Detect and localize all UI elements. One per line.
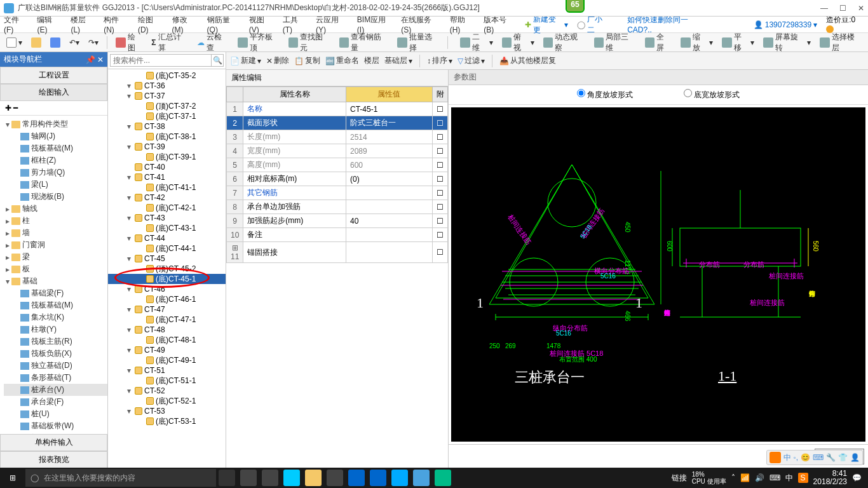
prop-row[interactable]: 3长度(mm)2514☐: [227, 130, 448, 144]
tree-node[interactable]: 轴网(J): [4, 130, 107, 142]
tree-node[interactable]: 现浇板(B): [4, 191, 107, 203]
vol-icon[interactable]: 🔊: [755, 473, 764, 482]
sogou-tb-icon[interactable]: S: [798, 473, 808, 483]
edge-icon[interactable]: [283, 470, 300, 486]
sort-btn[interactable]: ↕排序▾: [427, 55, 452, 66]
ct-node[interactable]: (顶)CT-45-2: [108, 264, 226, 274]
sum-btn[interactable]: Σ汇总计算: [149, 30, 190, 55]
menu-edit[interactable]: 编辑(E): [37, 15, 62, 34]
tree-node[interactable]: 基础板带(W): [4, 420, 107, 432]
notif-badge[interactable]: 65: [566, 0, 585, 13]
app2-icon[interactable]: [262, 470, 278, 486]
menu-file[interactable]: 文件(F): [4, 15, 28, 34]
tray-ime[interactable]: 中 ◦,: [783, 452, 798, 463]
tree-node[interactable]: 集水坑(K): [4, 311, 107, 323]
prop-row[interactable]: 8承台单边加强筋☐: [227, 200, 448, 214]
phone-link[interactable]: 👤13907298339▾: [754, 20, 817, 29]
prop-row[interactable]: 5高度(mm)600☐: [227, 158, 448, 172]
flat-top-btn[interactable]: 平齐板顶: [235, 30, 282, 55]
tree-node[interactable]: ▾基础: [4, 275, 107, 287]
ct-node[interactable]: (顶)CT-37-2: [108, 101, 226, 111]
store-icon[interactable]: [327, 470, 343, 486]
ct-node[interactable]: (底)CT-45-1: [108, 274, 226, 284]
component-tree[interactable]: (底)CT-35-2▾CT-36▾CT-37(顶)CT-37-2(底)CT-37…: [108, 69, 226, 468]
cpu-usage[interactable]: 18% CPU 使用率: [692, 471, 726, 485]
ct-node[interactable]: (底)CT-38-1: [108, 132, 226, 142]
tree-node[interactable]: ▾常用构件类型: [4, 118, 107, 130]
tree-node[interactable]: 柱墩(Y): [4, 323, 107, 336]
ct-node[interactable]: (底)CT-52-1: [108, 396, 226, 406]
wifi-icon[interactable]: 📶: [740, 473, 750, 482]
dynview-btn[interactable]: 动态观察: [541, 30, 588, 55]
notif-icon[interactable]: 💬: [852, 473, 862, 482]
clock[interactable]: 8:412018/2/23: [813, 470, 847, 486]
tree-node[interactable]: ▸梁: [4, 251, 107, 263]
tree-node[interactable]: 承台梁(F): [4, 396, 107, 408]
taskbar-search[interactable]: ◯ 在这里输入你要搜索的内容: [25, 469, 216, 487]
tree-node[interactable]: 桩承台(V): [4, 384, 107, 396]
new-doc-btn[interactable]: ▾: [4, 36, 25, 49]
min-icon[interactable]: —: [820, 4, 828, 13]
ct-node[interactable]: ▾CT-45: [108, 254, 226, 264]
ct-node[interactable]: (底)CT-51-1: [108, 376, 226, 386]
prop-row[interactable]: 4宽度(mm)2089☐: [227, 144, 448, 158]
ct-node[interactable]: ▾CT-51: [108, 365, 226, 376]
app3-icon[interactable]: [435, 470, 451, 486]
tree-node[interactable]: 筏板基础(M): [4, 299, 107, 311]
tray-user[interactable]: 👤: [850, 453, 860, 462]
ct-node[interactable]: ▾CT-41: [108, 172, 226, 182]
folder-icon[interactable]: [305, 470, 322, 486]
tray-emoji[interactable]: 😊: [801, 453, 810, 462]
copy-comp-btn[interactable]: 📋复制: [294, 55, 320, 66]
tree-node[interactable]: 桩(U): [4, 408, 107, 420]
nav-tree[interactable]: ▾常用构件类型轴网(J)筏板基础(M)框柱(Z)剪力墙(Q)梁(L)现浇板(B)…: [0, 116, 107, 434]
open-btn[interactable]: [29, 36, 44, 49]
ct-node[interactable]: ▾CT-38: [108, 121, 226, 132]
tree-node[interactable]: ▸柱: [4, 215, 107, 227]
ct-node[interactable]: ▾CT-53: [108, 406, 226, 416]
ct-node[interactable]: (底)CT-47-1: [108, 315, 226, 325]
collapse-icon[interactable]: ━: [13, 104, 18, 112]
search-input[interactable]: [110, 54, 212, 67]
ct-node[interactable]: ▾CT-49: [108, 345, 226, 355]
2d-btn[interactable]: 二维▾: [458, 30, 495, 55]
batch-sel-btn[interactable]: 批量选择: [395, 30, 442, 55]
ime-icon[interactable]: ⌨: [770, 473, 780, 482]
fullscr-btn[interactable]: 全屏: [642, 30, 674, 55]
ct-node[interactable]: ▾CT-47: [108, 304, 226, 315]
tree-node[interactable]: ▸板: [4, 263, 107, 275]
ct-node[interactable]: (底)CT-37-1: [108, 111, 226, 121]
undo-btn[interactable]: ↶▾: [67, 37, 82, 48]
prop-row[interactable]: 10备注☐: [227, 228, 448, 242]
ct-node[interactable]: ▾CT-46: [108, 284, 226, 294]
search-btn[interactable]: 🔍: [212, 54, 224, 67]
expand-icon[interactable]: ✚: [5, 104, 11, 112]
topview-btn[interactable]: 俯视▾: [499, 30, 537, 55]
tree-node[interactable]: 剪力墙(Q): [4, 166, 107, 179]
tree-node[interactable]: 筏板负筋(X): [4, 348, 107, 360]
zoom-btn[interactable]: 缩放▾: [678, 30, 715, 55]
ct-node[interactable]: CT-40: [108, 162, 226, 172]
ct-node[interactable]: ▾CT-48: [108, 325, 226, 335]
ct-node[interactable]: (底)CT-48-1: [108, 335, 226, 345]
scrrot-btn[interactable]: 屏幕旋转▾: [761, 30, 813, 55]
tab-single[interactable]: 单构件输入: [0, 434, 107, 451]
filter-btn[interactable]: ▽过滤▾: [458, 55, 485, 66]
prop-row[interactable]: 7其它钢筋☐: [227, 186, 448, 200]
copy-floor-btn[interactable]: 📥从其他楼层复: [499, 55, 556, 66]
mode-angle[interactable]: 角度放坡形式: [577, 89, 633, 100]
prop-table[interactable]: 属性名称属性值附 1名称CT-45-1☐2截面形状阶式三桩台一☐3长度(mm)2…: [226, 86, 448, 468]
cloud-check-btn[interactable]: ☁云检查: [194, 30, 231, 55]
tree-node[interactable]: ▸门窗洞: [4, 239, 107, 251]
ct-node[interactable]: (底)CT-43-1: [108, 223, 226, 233]
tray-shirt[interactable]: 👕: [838, 453, 848, 462]
floor-sel[interactable]: 楼层: [364, 55, 379, 66]
qq-icon[interactable]: [391, 470, 408, 486]
local3d-btn[interactable]: 局部三维: [592, 30, 639, 55]
tree-node[interactable]: ▸轴线: [4, 203, 107, 215]
prop-tab[interactable]: 属性编辑: [226, 70, 448, 86]
ggj-icon[interactable]: [413, 470, 430, 486]
ct-node[interactable]: ▾CT-52: [108, 386, 226, 396]
ct-node[interactable]: (底)CT-42-1: [108, 203, 226, 213]
tree-node[interactable]: 筏板主筋(R): [4, 336, 107, 348]
